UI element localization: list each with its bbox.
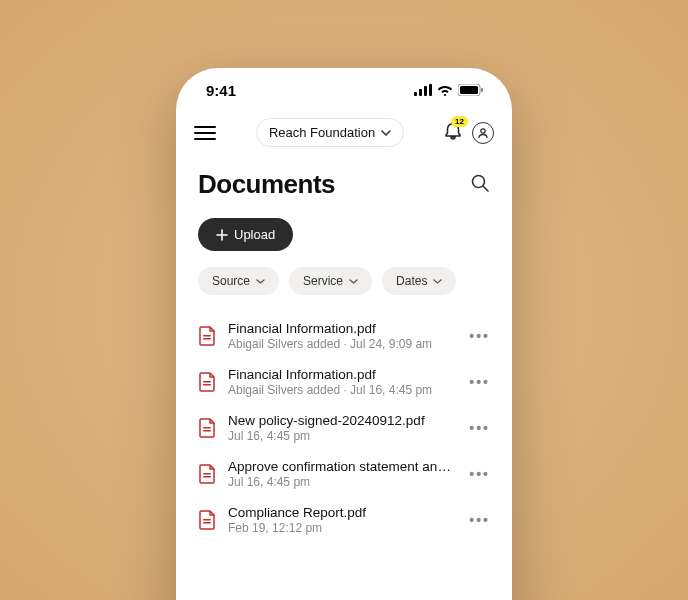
document-name: Financial Information.pdf: [228, 321, 457, 336]
document-meta: Feb 19, 12:12 pm: [228, 521, 457, 535]
document-meta: Jul 16, 4:45 pm: [228, 475, 457, 489]
search-icon: [470, 173, 490, 193]
chevron-down-icon: [256, 279, 265, 284]
notification-badge: 12: [451, 116, 468, 128]
more-button[interactable]: •••: [469, 374, 490, 390]
battery-icon: [458, 84, 484, 96]
svg-rect-2: [424, 86, 427, 96]
filter-bar: Source Service Dates: [176, 251, 512, 303]
upload-label: Upload: [234, 227, 275, 242]
svg-rect-21: [203, 522, 211, 524]
svg-rect-14: [203, 381, 211, 383]
svg-rect-18: [203, 473, 211, 475]
document-meta: Abigail Silvers added · Jul 24, 9:09 am: [228, 337, 457, 351]
search-button[interactable]: [470, 173, 490, 197]
svg-rect-13: [203, 338, 211, 340]
document-name: Approve confirmation statement and sele.…: [228, 459, 457, 474]
phone-frame: 9:41 Reach Foundation 12 Documents: [176, 68, 512, 600]
svg-rect-17: [203, 430, 211, 432]
document-row[interactable]: Financial Information.pdfAbigail Silvers…: [176, 359, 512, 405]
page-header: Documents: [176, 153, 512, 208]
document-name: Compliance Report.pdf: [228, 505, 457, 520]
organization-selector[interactable]: Reach Foundation: [256, 118, 404, 147]
document-row[interactable]: Compliance Report.pdfFeb 19, 12:12 pm•••: [176, 497, 512, 543]
filter-dates[interactable]: Dates: [382, 267, 456, 295]
more-button[interactable]: •••: [469, 328, 490, 344]
document-text: Financial Information.pdfAbigail Silvers…: [228, 321, 457, 351]
document-row[interactable]: Approve confirmation statement and sele.…: [176, 451, 512, 497]
more-button[interactable]: •••: [469, 466, 490, 482]
document-text: Compliance Report.pdfFeb 19, 12:12 pm: [228, 505, 457, 535]
cellular-icon: [414, 84, 432, 96]
document-name: Financial Information.pdf: [228, 367, 457, 382]
more-button[interactable]: •••: [469, 420, 490, 436]
svg-rect-1: [419, 89, 422, 96]
top-bar: Reach Foundation 12: [176, 112, 512, 153]
organization-label: Reach Foundation: [269, 125, 375, 140]
top-right-actions: 12: [444, 121, 494, 145]
notifications-button[interactable]: 12: [444, 121, 462, 145]
menu-button[interactable]: [194, 122, 216, 144]
document-name: New policy-signed-20240912.pdf: [228, 413, 457, 428]
document-text: Approve confirmation statement and sele.…: [228, 459, 457, 489]
filter-label: Dates: [396, 274, 427, 288]
status-bar: 9:41: [176, 68, 512, 112]
status-icons: [414, 84, 484, 96]
svg-rect-20: [203, 519, 211, 521]
svg-rect-19: [203, 476, 211, 478]
pdf-icon: [198, 372, 216, 392]
filter-label: Service: [303, 274, 343, 288]
document-meta: Jul 16, 4:45 pm: [228, 429, 457, 443]
filter-source[interactable]: Source: [198, 267, 279, 295]
svg-rect-12: [203, 335, 211, 337]
document-row[interactable]: New policy-signed-20240912.pdfJul 16, 4:…: [176, 405, 512, 451]
more-button[interactable]: •••: [469, 512, 490, 528]
plus-icon: [216, 229, 228, 241]
document-text: New policy-signed-20240912.pdfJul 16, 4:…: [228, 413, 457, 443]
upload-button[interactable]: Upload: [198, 218, 293, 251]
svg-rect-16: [203, 427, 211, 429]
wifi-icon: [437, 84, 453, 96]
svg-rect-3: [429, 84, 432, 96]
svg-point-7: [481, 128, 485, 132]
svg-rect-0: [414, 92, 417, 96]
chevron-down-icon: [433, 279, 442, 284]
chevron-down-icon: [349, 279, 358, 284]
document-meta: Abigail Silvers added · Jul 16, 4:45 pm: [228, 383, 457, 397]
pdf-icon: [198, 510, 216, 530]
svg-rect-15: [203, 384, 211, 386]
document-row[interactable]: Financial Information.pdfAbigail Silvers…: [176, 313, 512, 359]
chevron-down-icon: [381, 130, 391, 136]
svg-line-9: [483, 186, 488, 191]
user-icon: [477, 127, 489, 139]
pdf-icon: [198, 326, 216, 346]
filter-label: Source: [212, 274, 250, 288]
document-text: Financial Information.pdfAbigail Silvers…: [228, 367, 457, 397]
document-list: Financial Information.pdfAbigail Silvers…: [176, 303, 512, 553]
filter-service[interactable]: Service: [289, 267, 372, 295]
svg-rect-5: [460, 86, 478, 94]
profile-button[interactable]: [472, 122, 494, 144]
pdf-icon: [198, 464, 216, 484]
page-title: Documents: [198, 169, 335, 200]
svg-rect-6: [481, 88, 483, 92]
status-time: 9:41: [206, 82, 236, 99]
pdf-icon: [198, 418, 216, 438]
